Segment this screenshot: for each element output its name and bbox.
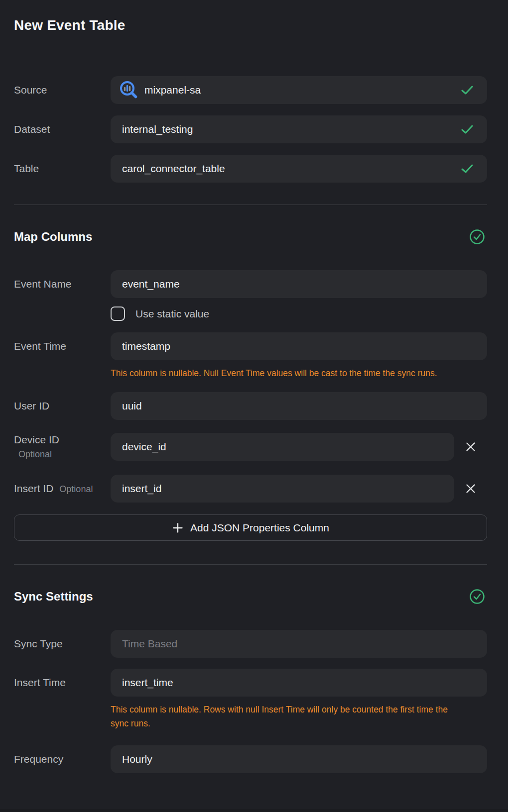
remove-device-id-button[interactable] xyxy=(454,433,487,461)
insert-time-label: Insert Time xyxy=(14,677,111,689)
add-json-properties-column-button[interactable]: Add JSON Properties Column xyxy=(14,514,487,541)
table-value: carol_connector_table xyxy=(122,163,225,175)
magnifier-bar-chart-icon xyxy=(118,79,140,102)
user-id-value: uuid xyxy=(122,400,142,412)
plus-icon xyxy=(172,522,184,534)
device-id-field[interactable]: device_id xyxy=(111,433,454,461)
frequency-field[interactable]: Hourly xyxy=(111,745,487,773)
dataset-row: Dataset internal_testing xyxy=(14,115,487,143)
event-name-label: Event Name xyxy=(14,278,111,290)
panel-bottom-edge xyxy=(0,809,508,812)
insert-id-label: Insert ID Optional xyxy=(14,483,111,495)
device-id-optional-text: Optional xyxy=(14,449,111,460)
event-time-label: Event Time xyxy=(14,340,111,352)
insert-time-warning: This column is nullable. Rows with null … xyxy=(111,703,462,730)
sync-type-field: Time Based xyxy=(111,630,487,658)
add-json-properties-column-label: Add JSON Properties Column xyxy=(190,522,329,534)
dataset-label: Dataset xyxy=(14,123,111,135)
green-check-icon xyxy=(461,86,473,95)
sync-settings-heading: Sync Settings xyxy=(14,589,93,605)
green-check-icon xyxy=(461,164,473,173)
event-time-value: timestamp xyxy=(122,340,170,352)
green-check-icon xyxy=(461,125,473,134)
section-divider xyxy=(14,204,487,205)
map-columns-heading-row: Map Columns xyxy=(14,229,487,245)
source-row: Source mixpanel-sa xyxy=(14,76,487,104)
sync-type-label: Sync Type xyxy=(14,638,111,650)
green-circle-check-icon xyxy=(469,229,485,245)
event-time-row: Event Time timestamp xyxy=(14,332,487,360)
page-title: New Event Table xyxy=(14,0,487,33)
table-field[interactable]: carol_connector_table xyxy=(111,155,487,183)
section-divider xyxy=(14,564,487,565)
event-time-warning: This column is nullable. Null Event Time… xyxy=(111,366,462,380)
device-id-label: Device ID Optional xyxy=(14,434,111,460)
insert-id-value: insert_id xyxy=(122,483,161,495)
sync-type-row: Sync Type Time Based xyxy=(14,630,487,658)
dataset-value: internal_testing xyxy=(122,123,193,135)
device-id-row: Device ID Optional device_id xyxy=(14,433,487,461)
insert-id-field[interactable]: insert_id xyxy=(111,475,454,503)
user-id-row: User ID uuid xyxy=(14,392,487,420)
use-static-value-row: Use static value xyxy=(111,306,487,321)
x-icon xyxy=(465,441,476,452)
insert-id-label-text: Insert ID xyxy=(14,483,53,495)
device-id-value: device_id xyxy=(122,441,166,453)
use-static-value-checkbox[interactable] xyxy=(111,306,125,321)
sync-settings-heading-row: Sync Settings xyxy=(14,589,487,605)
insert-time-value: insert_time xyxy=(122,677,173,689)
user-id-label: User ID xyxy=(14,400,111,412)
source-label: Source xyxy=(14,84,111,96)
green-circle-check-icon xyxy=(469,589,485,605)
frequency-value: Hourly xyxy=(122,753,152,765)
new-event-table-panel: New Event Table Source mixpanel-sa Datas… xyxy=(0,0,508,812)
source-field[interactable]: mixpanel-sa xyxy=(111,76,487,104)
device-id-label-text: Device ID xyxy=(14,434,111,446)
event-name-value: event_name xyxy=(122,278,180,290)
insert-time-field[interactable]: insert_time xyxy=(111,669,487,697)
event-time-field[interactable]: timestamp xyxy=(111,332,487,360)
frequency-label: Frequency xyxy=(14,753,111,765)
insert-id-row: Insert ID Optional insert_id xyxy=(14,475,487,503)
x-icon xyxy=(465,483,476,494)
sync-type-value: Time Based xyxy=(122,638,177,650)
frequency-row: Frequency Hourly xyxy=(14,745,487,773)
user-id-field[interactable]: uuid xyxy=(111,392,487,420)
map-columns-heading: Map Columns xyxy=(14,229,92,245)
source-value: mixpanel-sa xyxy=(144,84,201,96)
event-name-field[interactable]: event_name xyxy=(111,270,487,298)
event-name-row: Event Name event_name xyxy=(14,270,487,298)
table-row: Table carol_connector_table xyxy=(14,155,487,183)
dataset-field[interactable]: internal_testing xyxy=(111,115,487,143)
use-static-value-label: Use static value xyxy=(135,308,209,320)
remove-insert-id-button[interactable] xyxy=(454,475,487,503)
insert-time-row: Insert Time insert_time xyxy=(14,669,487,697)
insert-id-optional-text: Optional xyxy=(59,484,93,495)
table-label: Table xyxy=(14,163,111,175)
